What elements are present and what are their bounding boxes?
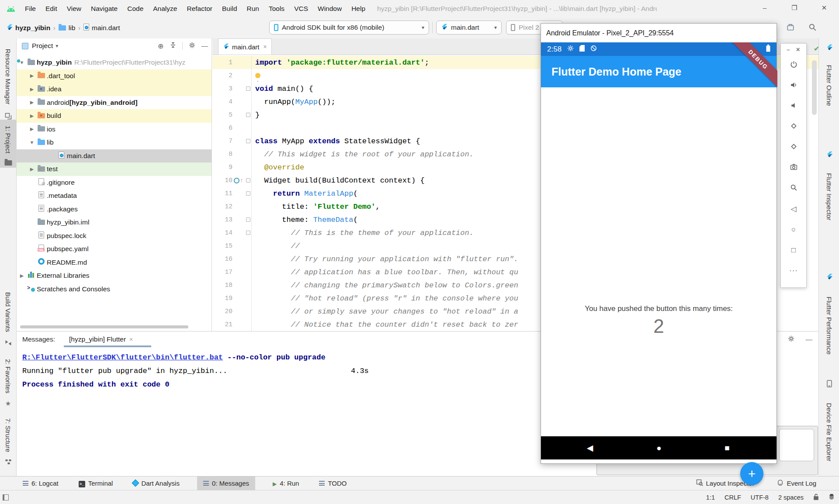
tree-expand-icon[interactable]: ▶: [28, 100, 36, 105]
tab-main-dart[interactable]: main.dart ×: [218, 38, 272, 55]
tree-row-test[interactable]: ▶▸test: [17, 162, 211, 176]
intention-bulb-icon[interactable]: [255, 73, 260, 78]
tree-expand-icon[interactable]: ▶: [28, 113, 36, 119]
emu-volume-up-button[interactable]: [781, 76, 806, 96]
tree-row-.idea[interactable]: ▶∗.idea: [17, 83, 211, 96]
emu-rotate-left-button[interactable]: [781, 117, 806, 137]
tree-row-External Libraries[interactable]: ▶External Libraries: [17, 269, 211, 283]
strip-tab-2-favorites[interactable]: 2: Favorites: [0, 356, 16, 396]
emu-screenshot-button[interactable]: [781, 158, 806, 178]
toolwindow-button-terminal[interactable]: >_Terminal: [76, 476, 116, 490]
toolwindow-button-0-messages[interactable]: 0: Messages: [197, 476, 255, 490]
settings-button[interactable]: [189, 42, 195, 50]
menu-code[interactable]: Code: [122, 0, 148, 17]
emu-back-button[interactable]: ◁: [781, 199, 806, 219]
tree-row-android[interactable]: ▶android [hyzp_yibin_android]: [17, 96, 211, 110]
menu-vcs[interactable]: VCS: [289, 0, 313, 17]
tree-row-hyzp_yibin[interactable]: ▼hyzp_yibinR:\FlutterProject\FlutterProj…: [17, 56, 211, 69]
fold-marker[interactable]: [245, 108, 252, 121]
tree-row-pubspec.yaml[interactable]: YMLpubspec.yaml: [17, 242, 211, 256]
gear-icon[interactable]: [788, 335, 794, 344]
device-selector[interactable]: Android SDK built for x86 (mobile) ▾: [269, 21, 429, 35]
run-config-selector[interactable]: main.dart ▾: [436, 21, 502, 35]
emu-more-button[interactable]: ···: [781, 260, 806, 281]
minimize-button[interactable]: –: [750, 0, 780, 17]
minimize-icon[interactable]: –: [787, 46, 790, 53]
tree-row-lib[interactable]: ▼lib: [17, 136, 211, 149]
menu-file[interactable]: File: [20, 0, 41, 17]
close-icon[interactable]: ×: [263, 43, 267, 50]
menu-refactor[interactable]: Refactor: [182, 0, 217, 17]
strip-tab-flutter-inspector[interactable]: Flutter Inspector: [819, 162, 839, 231]
fold-marker[interactable]: [245, 226, 252, 239]
toolwindow-button-4-run[interactable]: ▶4: Run: [270, 476, 302, 490]
maximize-button[interactable]: ❒: [780, 0, 809, 17]
locate-button[interactable]: ⊕: [158, 42, 163, 50]
nav-home-icon[interactable]: ●: [656, 443, 661, 453]
menu-run[interactable]: Run: [242, 0, 264, 17]
messages-tab[interactable]: [hyzp_yibin] Flutter ×: [69, 335, 133, 343]
breadcrumb-item-hyzp_yibin[interactable]: hyzp_yibin: [6, 24, 50, 32]
fold-marker[interactable]: [245, 174, 252, 187]
close-icon[interactable]: ✕: [796, 46, 801, 53]
tree-expand-icon[interactable]: ▶: [28, 73, 36, 79]
menu-navigate[interactable]: Navigate: [86, 0, 122, 17]
menu-edit[interactable]: Edit: [41, 0, 62, 17]
nav-back-icon[interactable]: ◀: [587, 443, 593, 453]
line-ending[interactable]: CRLF: [725, 494, 741, 501]
tree-row-hyzp_yibin.iml[interactable]: hyzp_yibin.iml: [17, 216, 211, 229]
encoding[interactable]: UTF-8: [751, 494, 769, 501]
tree-row-main.dart[interactable]: main.dart: [17, 149, 211, 163]
tree-row-build[interactable]: ▶∗build: [17, 109, 211, 123]
toolwindow-button-todo[interactable]: TODO: [316, 476, 349, 490]
strip-tab-flutter-performance[interactable]: Flutter Performance: [819, 284, 839, 367]
tree-row-.packages[interactable]: .packages: [17, 203, 211, 216]
tree-expand-icon[interactable]: ▼: [28, 140, 36, 145]
strip-tab-resource-manager[interactable]: Resource Manager: [0, 44, 16, 109]
toolwindow-button-event-log[interactable]: Event Log: [774, 476, 819, 490]
hide-button[interactable]: —: [201, 42, 208, 50]
horizontal-scrollbar[interactable]: [20, 325, 188, 328]
annotate-icon[interactable]: [829, 494, 835, 501]
override-marker[interactable]: ↑: [232, 177, 245, 184]
breadcrumb-item-main.dart[interactable]: main.dart: [83, 24, 120, 32]
emu-power-button[interactable]: [781, 55, 806, 76]
menu-build[interactable]: Build: [217, 0, 242, 17]
menu-analyze[interactable]: Analyze: [148, 0, 182, 17]
emu-volume-down-button[interactable]: [781, 96, 806, 117]
search-everywhere-icon[interactable]: [808, 23, 817, 33]
strip-tab-7-structure[interactable]: 7: Structure: [0, 415, 16, 455]
indent-setting[interactable]: 2 spaces: [778, 494, 804, 501]
tree-row-.dart_tool[interactable]: ▶.dart_tool: [17, 69, 211, 83]
toolwindow-button-6-logcat[interactable]: 6: Logcat: [20, 476, 61, 490]
strip-tab-device-file-explorer[interactable]: Device File Explorer: [819, 390, 839, 473]
toolbar-misc-icon[interactable]: [787, 23, 794, 33]
fold-marker[interactable]: [245, 213, 252, 226]
emu-zoom-button[interactable]: [781, 178, 806, 199]
close-icon[interactable]: ×: [129, 336, 133, 343]
hide-panel-icon[interactable]: —: [806, 335, 813, 343]
breadcrumb-item-lib[interactable]: lib: [59, 24, 76, 32]
tree-expand-icon[interactable]: ▶: [28, 126, 36, 132]
caret-position[interactable]: 1:1: [706, 494, 715, 501]
menu-tools[interactable]: Tools: [264, 0, 289, 17]
tree-expand-icon[interactable]: ▶: [28, 166, 36, 172]
project-panel-title[interactable]: Project: [32, 42, 53, 50]
strip-tab-flutter-outline[interactable]: Flutter Outline: [819, 55, 839, 116]
lock-icon[interactable]: [813, 494, 819, 501]
menu-window[interactable]: Window: [313, 0, 347, 17]
editor-scrollbar[interactable]: [812, 60, 817, 115]
collapse-all-button[interactable]: [170, 42, 176, 50]
fold-marker[interactable]: [245, 187, 252, 200]
tree-expand-icon[interactable]: ▶: [28, 86, 36, 92]
tree-row-ios[interactable]: ▶…ios: [17, 123, 211, 136]
strip-tab-1-project[interactable]: 1: Project: [0, 123, 16, 155]
tree-row-README.md[interactable]: README.md: [17, 256, 211, 269]
fold-marker[interactable]: [245, 135, 252, 148]
tree-expand-icon[interactable]: ▶: [17, 273, 26, 279]
menu-help[interactable]: Help: [347, 0, 370, 17]
nav-overview-icon[interactable]: ■: [725, 443, 729, 453]
emulator-title[interactable]: Android Emulator - Pixel_2_API_29:5554: [541, 24, 777, 42]
console-link[interactable]: R:\Flutter\FlutterSDK\flutter\bin\flutte…: [22, 353, 223, 362]
toolwindow-button-dart-analysis[interactable]: Dart Analysis: [130, 476, 182, 490]
